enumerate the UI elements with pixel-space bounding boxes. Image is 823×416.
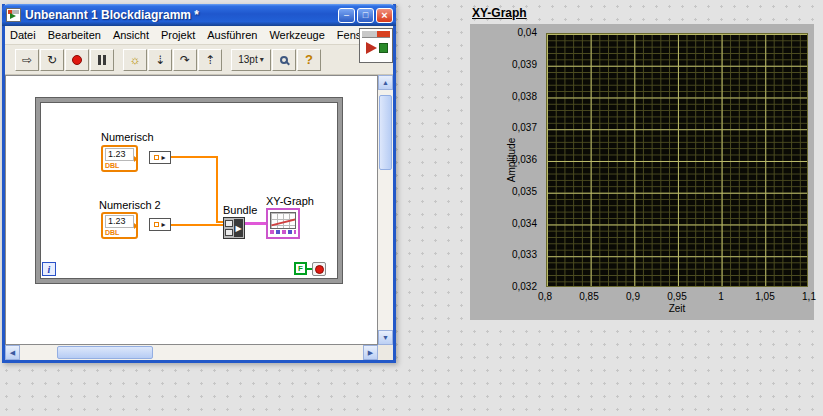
toolbar: ⇨ ↻ ☼ ⇣ ↷ ⇡ 13pt ▾ ? — [5, 45, 393, 75]
minimize-button[interactable]: – — [338, 8, 355, 23]
vertical-scroll-thumb[interactable] — [379, 95, 392, 170]
numeric1-wire-horizontal[interactable] — [171, 156, 218, 158]
step-into-button[interactable]: ⇣ — [148, 49, 172, 71]
menu-item-datei[interactable]: Datei — [5, 27, 42, 43]
loop-condition-terminal[interactable] — [312, 262, 326, 276]
menu-item-werkzeuge[interactable]: Werkzeuge — [263, 27, 330, 43]
step-into-icon: ⇣ — [155, 53, 165, 67]
numeric2-type-tag: DBL — [105, 229, 134, 237]
false-constant-label: F — [298, 264, 303, 273]
scroll-right-button[interactable]: ▶ — [363, 345, 378, 360]
bundle-node[interactable]: ▶ — [223, 217, 245, 239]
x-tick-label: 0,9 — [618, 291, 648, 303]
numeric1-label: Numerisch — [101, 131, 154, 143]
x-tick-label: 0,8 — [530, 291, 560, 303]
step-out-icon: ⇡ — [205, 53, 215, 67]
abort-icon — [72, 55, 82, 65]
vi-icon-banner — [362, 31, 390, 38]
abort-button[interactable] — [65, 49, 89, 71]
window-titlebar[interactable]: Unbenannt 1 Blockdiagramm * – □ × — [2, 4, 396, 26]
menu-item-bearbeiten[interactable]: Bearbeiten — [42, 27, 107, 43]
iteration-label: i — [48, 264, 51, 275]
chevron-down-icon: ▾ — [260, 55, 264, 64]
xygraph-terminal-glyph — [270, 212, 296, 229]
conversion-node-2-square-icon — [154, 222, 159, 227]
labview-window-icon — [6, 8, 21, 22]
conversion-node-2-arrow-icon: ▸ — [161, 221, 165, 229]
xygraph-panel-label[interactable]: XY-Graph — [472, 6, 527, 20]
x-axis-title: Zeit — [546, 303, 808, 314]
iteration-terminal[interactable]: i — [42, 262, 56, 276]
vi-icon — [359, 28, 393, 63]
x-tick-label: 1 — [706, 291, 736, 303]
horizontal-scrollbar[interactable]: ◀ ▶ — [5, 345, 378, 360]
run-continuous-icon: ↻ — [47, 53, 57, 67]
numeric1-wire-vertical[interactable] — [216, 156, 218, 223]
numeric-control-terminal-2[interactable]: 1.23 DBL — [101, 212, 138, 239]
scroll-left-button[interactable]: ◀ — [5, 345, 20, 360]
conversion-node-1-arrow-icon: ▸ — [161, 154, 165, 162]
cluster-wire[interactable] — [245, 222, 267, 225]
x-tick-label: 0,95 — [662, 291, 692, 303]
step-over-icon: ↷ — [180, 53, 190, 67]
xygraph-terminal-label: XY-Graph — [266, 195, 314, 207]
search-button[interactable] — [272, 49, 296, 71]
pause-icon — [98, 55, 106, 65]
conversion-node-1[interactable]: ▸ — [149, 151, 171, 164]
run-button[interactable]: ⇨ — [15, 49, 39, 71]
conversion-node-2[interactable]: ▸ — [149, 218, 171, 231]
step-out-button[interactable]: ⇡ — [198, 49, 222, 71]
help-icon: ? — [305, 52, 313, 67]
stop-condition-icon — [315, 265, 324, 274]
y-tick-label: 0,04 — [518, 27, 537, 39]
numeric1-type-tag: DBL — [105, 162, 134, 170]
menu-item-ansicht[interactable]: Ansicht — [107, 27, 155, 43]
scroll-up-button[interactable]: ▲ — [378, 75, 393, 90]
close-button[interactable]: × — [376, 8, 393, 23]
bundle-output-icon: ▶ — [234, 219, 243, 237]
numeric1-value: 1.23 — [105, 148, 134, 161]
numeric2-wire[interactable] — [171, 224, 224, 226]
x-tick-label: 1,05 — [750, 291, 780, 303]
diagram-canvas[interactable]: Numerisch 1.23 DBL ▸ Numerisch 2 1.23 DB… — [5, 75, 378, 345]
x-axis-scale[interactable]: 0,8 0,85 0,9 0,95 1 1,05 1,1 — [530, 291, 823, 303]
xygraph-terminal[interactable] — [266, 208, 300, 239]
block-diagram-window: Unbenannt 1 Blockdiagramm * – □ × Datei … — [2, 4, 396, 363]
xygraph-panel[interactable]: 0,04 0,039 0,038 0,037 0,036 0,035 0,034… — [470, 24, 814, 320]
run-arrow-icon: ⇨ — [22, 53, 32, 67]
scroll-down-button[interactable]: ▼ — [378, 330, 393, 345]
menu-bar: Datei Bearbeiten Ansicht Projekt Ausführ… — [5, 26, 393, 45]
conversion-node-1-square-icon — [154, 155, 159, 160]
vertical-scrollbar[interactable]: ▲ ▼ — [378, 75, 393, 345]
false-constant[interactable]: F — [294, 262, 307, 275]
menu-item-projekt[interactable]: Projekt — [155, 27, 201, 43]
run-continuous-button[interactable]: ↻ — [40, 49, 64, 71]
light-bulb-icon: ☼ — [130, 53, 141, 67]
menu-item-ausfuehren[interactable]: Ausführen — [201, 27, 263, 43]
font-size-selector[interactable]: 13pt ▾ — [231, 49, 271, 71]
font-size-value: 13pt — [238, 54, 257, 65]
horizontal-scroll-thumb[interactable] — [57, 346, 153, 359]
vi-icon-body — [362, 38, 390, 58]
numeric2-value: 1.23 — [105, 215, 134, 228]
scrollbar-corner — [378, 345, 393, 360]
pause-button[interactable] — [90, 49, 114, 71]
numeric2-label: Numerisch 2 — [99, 199, 161, 211]
context-help-button[interactable]: ? — [297, 49, 321, 71]
labview-front-panel-background: Unbenannt 1 Blockdiagramm * – □ × Datei … — [0, 0, 823, 416]
bundle-label: Bundle — [223, 204, 257, 216]
bundle-inputs — [225, 219, 233, 237]
y-axis-title: Amplitude — [506, 33, 517, 287]
x-tick-label: 1,1 — [794, 291, 823, 303]
plot-area[interactable] — [546, 33, 808, 287]
maximize-button[interactable]: □ — [357, 8, 374, 23]
xygraph-terminal-scale-icon — [270, 230, 296, 234]
numeric-control-terminal-1[interactable]: 1.23 DBL — [101, 145, 138, 172]
while-loop-frame[interactable] — [36, 98, 342, 283]
x-tick-label: 0,85 — [574, 291, 604, 303]
step-over-button[interactable]: ↷ — [173, 49, 197, 71]
highlight-execution-button[interactable]: ☼ — [123, 49, 147, 71]
search-icon — [280, 56, 288, 64]
window-title: Unbenannt 1 Blockdiagramm * — [25, 8, 338, 22]
